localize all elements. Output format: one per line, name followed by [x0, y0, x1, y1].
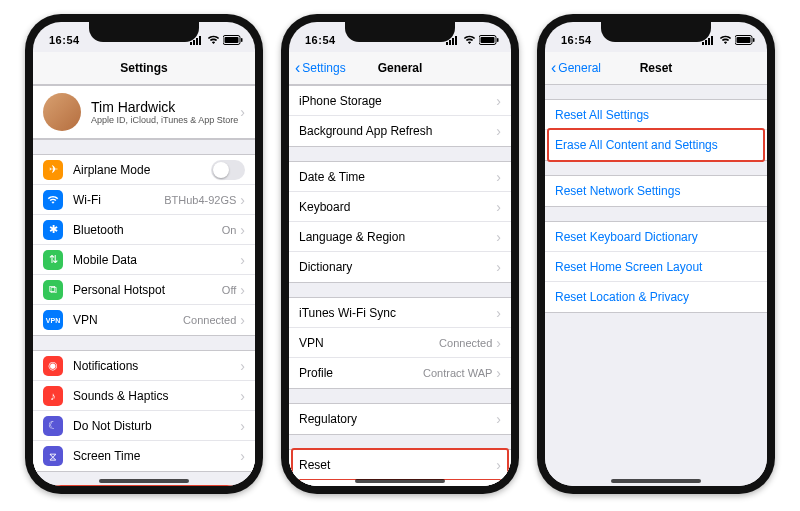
svg-rect-9 — [452, 38, 454, 45]
svg-rect-7 — [446, 42, 448, 45]
row-date-time[interactable]: Date & Time › — [289, 162, 511, 192]
connectivity-group: ✈︎ Airplane Mode Wi-Fi BTHub4-92GS › ✱ B… — [33, 154, 255, 336]
chevron-right-icon: › — [496, 229, 501, 245]
row-vpn[interactable]: VPN VPN Connected › — [33, 305, 255, 335]
row-reset-network[interactable]: Reset Network Settings — [545, 176, 767, 206]
home-indicator[interactable] — [611, 479, 701, 483]
row-label: iPhone Storage — [299, 94, 492, 108]
row-reset-location[interactable]: Reset Location & Privacy — [545, 282, 767, 312]
profile-row[interactable]: Tim Hardwick Apple ID, iCloud, iTunes & … — [33, 86, 255, 139]
status-indicators — [702, 35, 755, 45]
notifications-icon: ◉ — [43, 356, 63, 376]
row-vpn[interactable]: VPN Connected › — [289, 328, 511, 358]
screen-reset: 16:54 ‹ General Reset Reset All Settings… — [545, 22, 767, 486]
screen-general: 16:54 ‹ Settings General iPhone Storage … — [289, 22, 511, 486]
row-personal-hotspot[interactable]: ⧉ Personal Hotspot Off › — [33, 275, 255, 305]
row-keyboard[interactable]: Keyboard › — [289, 192, 511, 222]
profile-text: Tim Hardwick Apple ID, iCloud, iTunes & … — [91, 99, 238, 125]
svg-rect-2 — [196, 38, 198, 45]
svg-rect-20 — [753, 38, 755, 42]
home-indicator[interactable] — [99, 479, 189, 483]
row-label: Do Not Disturb — [73, 419, 236, 433]
wifi-icon — [463, 35, 476, 45]
row-label: Wi-Fi — [73, 193, 164, 207]
body-general[interactable]: iPhone Storage › Background App Refresh … — [289, 85, 511, 486]
status-time: 16:54 — [561, 34, 592, 46]
chevron-right-icon: › — [240, 388, 245, 404]
row-label: Notifications — [73, 359, 236, 373]
airplane-icon: ✈︎ — [43, 160, 63, 180]
header-title: Settings — [33, 61, 255, 75]
reset-other-group: Reset Keyboard Dictionary Reset Home Scr… — [545, 221, 767, 313]
phone-reset: 16:54 ‹ General Reset Reset All Settings… — [537, 14, 775, 494]
status-time: 16:54 — [305, 34, 336, 46]
notifications-group: ◉ Notifications › ♪ Sounds & Haptics › ☾… — [33, 350, 255, 472]
chevron-left-icon: ‹ — [551, 59, 556, 77]
row-sounds[interactable]: ♪ Sounds & Haptics › — [33, 381, 255, 411]
row-erase-all[interactable]: Erase All Content and Settings — [545, 130, 767, 160]
row-label: Keyboard — [299, 200, 492, 214]
row-label: Dictionary — [299, 260, 492, 274]
svg-rect-15 — [705, 40, 707, 45]
chevron-right-icon: › — [496, 305, 501, 321]
row-label: Reset Keyboard Dictionary — [555, 230, 757, 244]
row-profile[interactable]: Profile Contract WAP › — [289, 358, 511, 388]
sounds-icon: ♪ — [43, 386, 63, 406]
profile-name: Tim Hardwick — [91, 99, 238, 115]
row-do-not-disturb[interactable]: ☾ Do Not Disturb › — [33, 411, 255, 441]
chevron-right-icon: › — [240, 252, 245, 268]
body-reset[interactable]: Reset All Settings Erase All Content and… — [545, 85, 767, 486]
row-dictionary[interactable]: Dictionary › — [289, 252, 511, 282]
row-value: On — [222, 224, 237, 236]
hotspot-icon: ⧉ — [43, 280, 63, 300]
row-reset-all-settings[interactable]: Reset All Settings — [545, 100, 767, 130]
header-settings: Settings — [33, 52, 255, 85]
status-indicators — [190, 35, 243, 45]
row-label: Date & Time — [299, 170, 492, 184]
toggle-airplane[interactable] — [211, 160, 245, 180]
storage-group: iPhone Storage › Background App Refresh … — [289, 85, 511, 147]
row-iphone-storage[interactable]: iPhone Storage › — [289, 86, 511, 116]
svg-rect-14 — [702, 42, 704, 45]
svg-rect-16 — [708, 38, 710, 45]
row-label: Mobile Data — [73, 253, 236, 267]
bluetooth-icon: ✱ — [43, 220, 63, 240]
notch — [345, 22, 455, 42]
svg-rect-6 — [241, 38, 243, 42]
row-wifi[interactable]: Wi-Fi BTHub4-92GS › — [33, 185, 255, 215]
chevron-right-icon: › — [496, 123, 501, 139]
row-itunes-wifi[interactable]: iTunes Wi-Fi Sync › — [289, 298, 511, 328]
highlight-general — [35, 485, 253, 486]
row-bluetooth[interactable]: ✱ Bluetooth On › — [33, 215, 255, 245]
page: 16:54 Settings Tim Hardwick Apple ID, iC… — [0, 0, 800, 511]
row-background-refresh[interactable]: Background App Refresh › — [289, 116, 511, 146]
chevron-right-icon: › — [496, 169, 501, 185]
back-button[interactable]: ‹ General — [545, 59, 601, 77]
row-label: Screen Time — [73, 449, 236, 463]
row-reset-keyboard[interactable]: Reset Keyboard Dictionary — [545, 222, 767, 252]
row-notifications[interactable]: ◉ Notifications › — [33, 351, 255, 381]
row-reset[interactable]: Reset › — [289, 450, 511, 480]
body-settings[interactable]: Tim Hardwick Apple ID, iCloud, iTunes & … — [33, 85, 255, 486]
chevron-right-icon: › — [240, 104, 245, 120]
row-label: Reset All Settings — [555, 108, 757, 122]
chevron-right-icon: › — [240, 222, 245, 238]
chevron-right-icon: › — [496, 457, 501, 473]
row-language-region[interactable]: Language & Region › — [289, 222, 511, 252]
row-label: iTunes Wi-Fi Sync — [299, 306, 492, 320]
back-button[interactable]: ‹ Settings — [289, 59, 346, 77]
row-airplane-mode[interactable]: ✈︎ Airplane Mode — [33, 155, 255, 185]
chevron-left-icon: ‹ — [295, 59, 300, 77]
svg-rect-13 — [497, 38, 499, 42]
chevron-right-icon: › — [240, 418, 245, 434]
row-mobile-data[interactable]: ⇅ Mobile Data › — [33, 245, 255, 275]
row-reset-home[interactable]: Reset Home Screen Layout — [545, 252, 767, 282]
row-regulatory[interactable]: Regulatory › — [289, 404, 511, 434]
row-label: Background App Refresh — [299, 124, 492, 138]
chevron-right-icon: › — [240, 282, 245, 298]
wifi-icon — [719, 35, 732, 45]
row-screen-time[interactable]: ⧖ Screen Time › — [33, 441, 255, 471]
svg-rect-1 — [193, 40, 195, 45]
header-general: ‹ Settings General — [289, 52, 511, 85]
home-indicator[interactable] — [355, 479, 445, 483]
